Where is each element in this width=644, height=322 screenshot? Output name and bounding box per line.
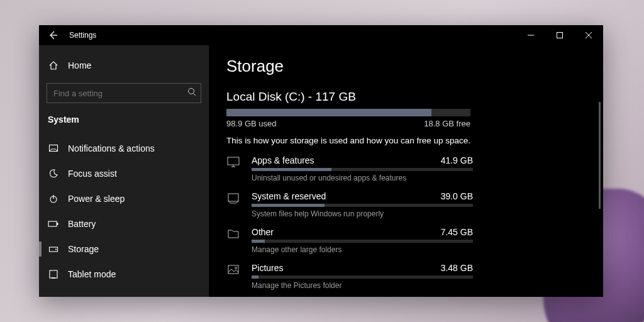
disk-free-label: 18.8 GB free bbox=[424, 119, 470, 128]
apps-icon bbox=[226, 155, 240, 168]
sidebar-home-label: Home bbox=[68, 60, 91, 70]
svg-rect-10 bbox=[228, 194, 238, 201]
category-bar-fill bbox=[252, 168, 331, 171]
system-icon bbox=[226, 191, 240, 204]
sidebar-item-focus-assist[interactable]: Focus assist bbox=[39, 161, 209, 186]
category-name: System & reserved bbox=[252, 191, 326, 201]
category-size: 3.48 GB bbox=[441, 263, 473, 273]
disk-used-label: 98.9 GB used bbox=[226, 119, 277, 128]
scrollbar[interactable] bbox=[599, 102, 601, 209]
category-desc: System files help Windows run properly bbox=[252, 209, 473, 218]
close-icon bbox=[586, 32, 592, 38]
svg-rect-9 bbox=[228, 157, 239, 165]
svg-rect-0 bbox=[557, 33, 563, 38]
category-desc: Uninstall unused or undesired apps & fea… bbox=[252, 174, 473, 182]
disk-usage-fill bbox=[226, 109, 431, 116]
category-bar-fill bbox=[252, 204, 325, 207]
sidebar-item-label: Tablet mode bbox=[68, 269, 116, 279]
search-icon bbox=[187, 87, 196, 96]
home-icon bbox=[48, 60, 59, 70]
category-name: Apps & features bbox=[252, 155, 314, 165]
pictures-icon bbox=[226, 263, 240, 275]
svg-point-12 bbox=[235, 267, 237, 269]
sidebar-home[interactable]: Home bbox=[39, 53, 209, 78]
svg-rect-4 bbox=[48, 221, 57, 226]
category-other[interactable]: Other 7.45 GB Manage other large folders bbox=[226, 227, 586, 254]
sidebar-item-notifications[interactable]: Notifications & actions bbox=[39, 136, 209, 161]
disk-usage-bar bbox=[226, 109, 470, 116]
disk-title: Local Disk (C:) - 117 GB bbox=[226, 90, 586, 104]
sidebar-item-battery[interactable]: Battery bbox=[39, 211, 209, 236]
disk-usage-free bbox=[431, 109, 470, 116]
svg-point-1 bbox=[189, 89, 194, 94]
category-name: Pictures bbox=[252, 263, 284, 273]
sidebar-item-power-sleep[interactable]: Power & sleep bbox=[39, 186, 209, 211]
tablet-icon bbox=[48, 269, 59, 279]
category-size: 39.0 GB bbox=[441, 191, 473, 201]
battery-icon bbox=[48, 219, 59, 229]
window-title: Settings bbox=[67, 31, 96, 40]
storage-description: This is how your storage is used and how… bbox=[226, 136, 586, 145]
category-pictures[interactable]: Pictures 3.48 GB Manage the Pictures fol… bbox=[226, 263, 586, 290]
storage-icon bbox=[48, 244, 59, 254]
category-size: 7.45 GB bbox=[441, 227, 473, 237]
sidebar-item-label: Battery bbox=[68, 219, 96, 229]
maximize-icon bbox=[557, 32, 563, 38]
titlebar: Settings bbox=[39, 25, 603, 45]
sidebar-item-label: Notifications & actions bbox=[68, 143, 155, 153]
search-input[interactable] bbox=[47, 83, 201, 103]
sidebar-item-label: Power & sleep bbox=[68, 194, 125, 204]
sidebar-item-tablet-mode[interactable]: Tablet mode bbox=[39, 262, 209, 287]
category-bar-fill bbox=[252, 275, 258, 279]
category-size: 41.9 GB bbox=[441, 155, 473, 165]
category-system-reserved[interactable]: System & reserved 39.0 GB System files h… bbox=[226, 191, 586, 218]
power-icon bbox=[48, 194, 59, 204]
sidebar-item-label: Storage bbox=[68, 244, 99, 254]
moon-icon bbox=[48, 169, 59, 179]
minimize-button[interactable] bbox=[516, 25, 545, 45]
back-button[interactable] bbox=[39, 25, 67, 45]
svg-rect-8 bbox=[50, 270, 57, 278]
sidebar: Home System Notifications & actions bbox=[39, 45, 209, 297]
svg-rect-5 bbox=[57, 223, 58, 225]
page-title: Storage bbox=[226, 57, 586, 76]
category-desc: Manage the Pictures folder bbox=[252, 281, 473, 290]
maximize-button[interactable] bbox=[545, 25, 574, 45]
minimize-icon bbox=[528, 32, 534, 38]
back-arrow-icon bbox=[48, 30, 58, 40]
notifications-icon bbox=[48, 143, 59, 153]
category-apps-features[interactable]: Apps & features 41.9 GB Uninstall unused… bbox=[226, 155, 586, 182]
sidebar-item-label: Focus assist bbox=[68, 169, 117, 179]
category-name: Other bbox=[252, 227, 274, 237]
svg-rect-11 bbox=[228, 265, 238, 274]
category-desc: Manage other large folders bbox=[252, 245, 473, 254]
sidebar-item-storage[interactable]: Storage bbox=[39, 236, 209, 262]
svg-point-7 bbox=[55, 249, 57, 250]
settings-window: Settings Home System bbox=[39, 25, 603, 297]
folder-icon bbox=[226, 227, 240, 240]
content-area: Storage Local Disk (C:) - 117 GB 98.9 GB… bbox=[209, 45, 603, 297]
close-button[interactable] bbox=[574, 25, 603, 45]
sidebar-section-heading: System bbox=[39, 112, 209, 136]
category-bar-fill bbox=[252, 240, 265, 243]
